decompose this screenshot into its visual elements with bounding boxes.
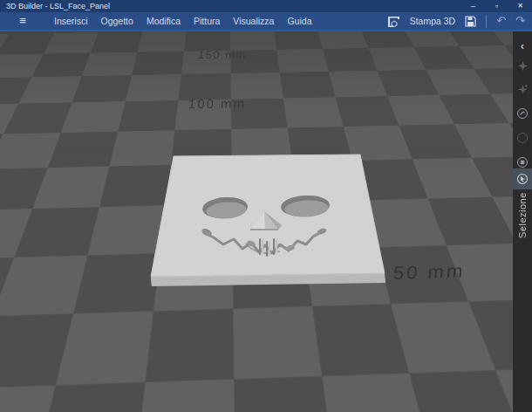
- maximize-button[interactable]: ▫: [485, 0, 508, 12]
- menu-item-guida[interactable]: Guida: [287, 16, 311, 26]
- undo-icon[interactable]: ↶: [496, 15, 506, 27]
- print-3d-button[interactable]: Stampa 3D: [410, 16, 456, 26]
- menu-item-pittura[interactable]: Pittura: [194, 16, 220, 26]
- model-skull-panel[interactable]: [151, 154, 385, 286]
- menu-items: Inserisci Oggetto Modifica Pittura Visua…: [54, 16, 311, 26]
- save-icon[interactable]: [465, 16, 476, 27]
- right-tool-rail: ‹: [513, 31, 532, 412]
- menubar-actions: Stampa 3D ↶ ↷: [387, 15, 532, 28]
- paint-sparkle-icon[interactable]: [513, 56, 532, 75]
- selection-panel-tab[interactable]: [513, 168, 532, 189]
- 3d-viewport-canvas[interactable]: 150 mm 100 mm 50 mm: [0, 31, 513, 412]
- 3d-builder-window: 3D Builder - LSL_Face_Panel – ▫ ✕ ≡ Inse…: [0, 0, 532, 412]
- window-controls: – ▫ ✕: [461, 0, 532, 12]
- orbit-view-icon[interactable]: [513, 104, 532, 123]
- model-render: [0, 31, 513, 412]
- menu-item-inserisci[interactable]: Inserisci: [54, 16, 88, 26]
- texture-sparkle-icon[interactable]: [513, 79, 532, 99]
- minimize-button[interactable]: –: [461, 0, 485, 12]
- redo-icon[interactable]: ↷: [515, 15, 525, 27]
- pan-view-icon[interactable]: [513, 128, 532, 148]
- hamburger-icon[interactable]: ≡: [14, 12, 31, 30]
- 3d-printer-icon[interactable]: [387, 16, 400, 27]
- menu-item-visualizza[interactable]: Visualizza: [233, 16, 274, 26]
- titlebar: 3D Builder - LSL_Face_Panel – ▫ ✕: [0, 0, 532, 12]
- chevron-left-icon: ‹: [521, 39, 524, 52]
- active-panel-label[interactable]: Selezione: [513, 192, 532, 279]
- menubar: ≡ Inserisci Oggetto Modifica Pittura Vis…: [0, 12, 532, 31]
- close-button[interactable]: ✕: [508, 0, 532, 12]
- toolbar-divider: [486, 15, 487, 28]
- menu-item-oggetto[interactable]: Oggetto: [101, 16, 133, 26]
- collapse-panel-button[interactable]: ‹: [513, 36, 532, 55]
- window-title: 3D Builder - LSL_Face_Panel: [0, 2, 110, 10]
- selection-mode-icon: [516, 173, 529, 185]
- menu-item-modifica[interactable]: Modifica: [147, 16, 181, 26]
